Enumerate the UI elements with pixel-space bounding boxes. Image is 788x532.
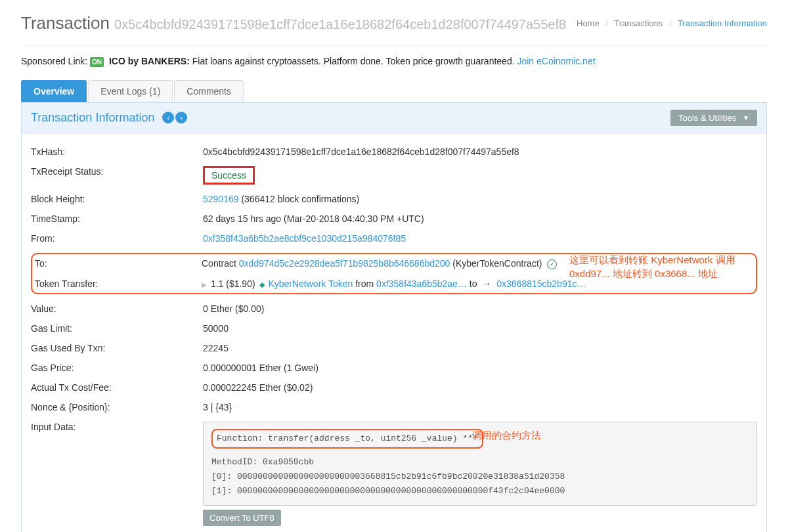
breadcrumb-home[interactable]: Home bbox=[577, 18, 600, 28]
next-tx-button[interactable]: › bbox=[175, 112, 187, 123]
from-address-link[interactable]: 0xf358f43a6b5b2ae8cbf9ce1030d215a984076f… bbox=[203, 233, 406, 244]
inputdata-label: Input Data: bbox=[31, 422, 203, 432]
sponsor-join-link[interactable]: Join eCoinomic.net bbox=[517, 56, 595, 66]
sponsor-bold: ICO by BANKERS: bbox=[109, 56, 190, 66]
input-arg-1: [1]: 00000000000000000000000000000000000… bbox=[211, 484, 749, 499]
cost-value: 0.000022245 Ether ($0.02) bbox=[203, 382, 757, 393]
transfer-from-link[interactable]: 0xf358f43a6b5b2ae… bbox=[376, 278, 467, 289]
sponsor-text: Fiat loans against cryptoassets. Platfor… bbox=[190, 56, 515, 66]
sponsor-icon: ON bbox=[90, 57, 104, 67]
annotation-method-text: 调用的合约方法 bbox=[472, 428, 541, 442]
panel-title: Transaction Information ‹ › bbox=[31, 111, 187, 125]
txhash-label: TxHash: bbox=[31, 146, 203, 157]
status-value: Success bbox=[211, 170, 246, 181]
txhash-value: 0x5c4bcbfd92439171598e1cff7dce1a16e18682… bbox=[203, 146, 757, 157]
cost-label: Actual Tx Cost/Fee: bbox=[31, 382, 203, 393]
annotation-transfer-text: 这里可以看到转账 KyberNetwork 调用 0xdd97... 地址转到 … bbox=[569, 253, 753, 280]
block-label: Block Height: bbox=[31, 194, 203, 204]
transaction-panel: Transaction Information ‹ › Tools & Util… bbox=[21, 102, 767, 532]
prev-tx-button[interactable]: ‹ bbox=[162, 112, 174, 123]
to-contract-link[interactable]: 0xdd974d5c2e2928dea5f71b9825b8b646686bd2… bbox=[239, 258, 450, 269]
sponsored-label: Sponsored Link: bbox=[21, 56, 87, 66]
tools-utilities-button[interactable]: Tools & Utilities▼ bbox=[670, 110, 757, 126]
gasprice-label: Gas Price: bbox=[31, 363, 203, 373]
value-value: 0 Ether ($0.00) bbox=[203, 303, 757, 314]
breadcrumb: Home / Transactions / Transaction Inform… bbox=[577, 18, 767, 28]
nonce-label: Nonce & {Position}: bbox=[31, 402, 203, 412]
breadcrumb-transactions[interactable]: Transactions bbox=[614, 18, 663, 28]
token-icon: ◆ bbox=[259, 280, 265, 288]
block-confirmations: (366412 block confirmations) bbox=[239, 194, 360, 204]
gaslimit-value: 50000 bbox=[203, 323, 757, 334]
timestamp-value: 62 days 15 hrs ago (Mar-20-2018 04:40:30… bbox=[203, 213, 757, 224]
to-label: To: bbox=[35, 258, 202, 269]
transfer-token-link[interactable]: KyberNetwork Token bbox=[268, 278, 353, 289]
tab-overview[interactable]: Overview bbox=[21, 80, 87, 102]
sponsored-link: Sponsored Link: ON ICO by BANKERS: Fiat … bbox=[21, 56, 767, 67]
to-suffix: (KyberTokenContract) bbox=[450, 258, 544, 269]
title-text: Transaction bbox=[21, 13, 110, 33]
transfer-label: Token Transfer: bbox=[35, 278, 202, 289]
triangle-icon: ▶ bbox=[202, 281, 207, 288]
function-signature: Function: transfer(address _to, uint256 … bbox=[211, 429, 483, 449]
transfer-to-word: to bbox=[467, 278, 479, 289]
block-height-link[interactable]: 5290169 bbox=[203, 194, 239, 204]
page-title: Transaction 0x5c4bcbfd92439171598e1cff7d… bbox=[21, 13, 566, 33]
method-id: MethodID: 0xa9059cbb bbox=[211, 455, 749, 470]
gasused-label: Gas Used By Txn: bbox=[31, 343, 203, 353]
panel-header: Transaction Information ‹ › Tools & Util… bbox=[22, 103, 766, 133]
caret-down-icon: ▼ bbox=[743, 114, 749, 122]
title-hash: 0x5c4bcbfd92439171598e1cff7dce1a16e18682… bbox=[114, 17, 566, 32]
tab-event-logs[interactable]: Event Logs (1) bbox=[88, 80, 173, 102]
status-highlight-box: Success bbox=[203, 166, 255, 185]
input-arg-0: [0]: 0000000000000000000000003668815cb2b… bbox=[211, 470, 749, 484]
tabs: Overview Event Logs (1) Comments bbox=[21, 80, 767, 102]
transfer-amount: 1.1 ($1.90) bbox=[208, 278, 258, 289]
convert-utf8-button[interactable]: Convert To UTF8 bbox=[203, 510, 281, 526]
gasprice-value: 0.000000001 Ether (1 Gwei) bbox=[203, 363, 757, 373]
arrow-icon: → bbox=[482, 278, 491, 289]
transfer-from-word: from bbox=[353, 278, 376, 289]
nonce-value: 3 | {43} bbox=[203, 402, 757, 412]
tab-comments[interactable]: Comments bbox=[174, 80, 244, 102]
value-label: Value: bbox=[31, 303, 203, 314]
verified-icon: ✓ bbox=[547, 259, 557, 269]
status-label: TxReceipt Status: bbox=[31, 166, 203, 177]
gaslimit-label: Gas Limit: bbox=[31, 323, 203, 334]
to-prefix: Contract bbox=[202, 258, 239, 269]
breadcrumb-current: Transaction Information bbox=[678, 18, 767, 28]
gasused-value: 22245 bbox=[203, 343, 757, 353]
timestamp-label: TimeStamp: bbox=[31, 213, 203, 224]
from-label: From: bbox=[31, 233, 203, 244]
